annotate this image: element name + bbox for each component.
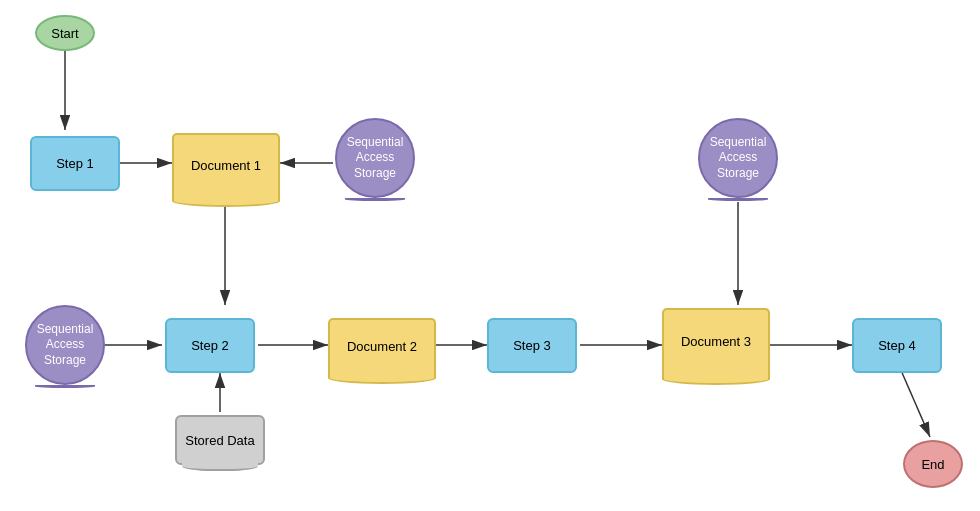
doc2-body: Document 2	[328, 318, 436, 372]
step4-node: Step 4	[852, 318, 942, 373]
step4-label: Step 4	[878, 338, 916, 353]
storage1-underline	[345, 198, 405, 201]
storage2-node: SequentialAccess Storage	[698, 118, 778, 198]
doc2-label: Document 2	[347, 339, 417, 354]
step2-node: Step 2	[165, 318, 255, 373]
doc1-wave	[172, 195, 280, 207]
start-node: Start	[35, 15, 95, 51]
doc2-wave	[328, 372, 436, 384]
storage2-underline	[708, 198, 768, 201]
storage1-node: SequentialAccess Storage	[335, 118, 415, 198]
step3-node: Step 3	[487, 318, 577, 373]
doc3-body: Document 3	[662, 308, 770, 373]
storage3-label: SequentialAccess Storage	[27, 322, 103, 369]
end-label: End	[921, 457, 944, 472]
start-label: Start	[51, 26, 78, 41]
flowchart-diagram: Start Step 1 Document 1 SequentialAccess…	[0, 0, 980, 511]
end-node: End	[903, 440, 963, 488]
doc1-node: Document 1	[172, 133, 280, 207]
step3-label: Step 3	[513, 338, 551, 353]
storage3-node: SequentialAccess Storage	[25, 305, 105, 385]
step2-label: Step 2	[191, 338, 229, 353]
step1-node: Step 1	[30, 136, 120, 191]
storage1-label: SequentialAccess Storage	[337, 135, 413, 182]
storage3-underline	[35, 385, 95, 388]
doc2-node: Document 2	[328, 318, 436, 384]
stored-data-label: Stored Data	[185, 433, 254, 448]
step1-label: Step 1	[56, 156, 94, 171]
storage2-label: SequentialAccess Storage	[700, 135, 776, 182]
doc3-node: Document 3	[662, 308, 770, 385]
doc3-label: Document 3	[681, 334, 751, 349]
doc1-label: Document 1	[191, 158, 261, 173]
doc1-body: Document 1	[172, 133, 280, 195]
svg-line-11	[900, 368, 930, 437]
stored-data-node: Stored Data	[175, 415, 265, 465]
doc3-wave	[662, 373, 770, 385]
arrows-layer	[0, 0, 980, 511]
